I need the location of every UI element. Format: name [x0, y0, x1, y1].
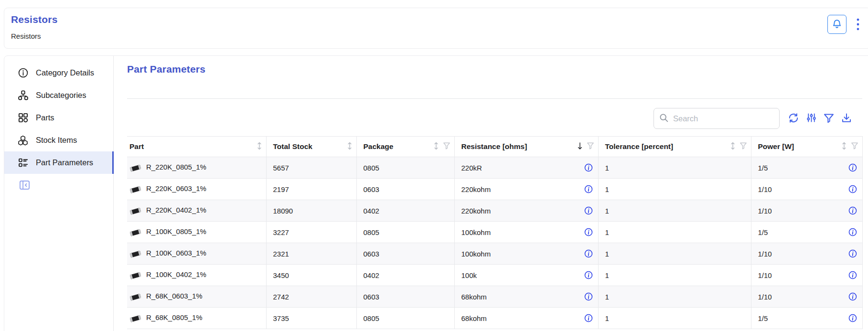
download-button[interactable]	[841, 113, 852, 124]
info-icon[interactable]	[848, 292, 857, 301]
cubes-icon	[17, 135, 29, 146]
info-icon[interactable]	[584, 314, 593, 322]
package-cell: 0805	[356, 308, 454, 329]
sidebar-item-subcategories[interactable]: Subcategories	[4, 84, 113, 107]
page-header: Resistors Resistors	[4, 8, 868, 49]
info-icon[interactable]	[584, 271, 593, 279]
collapse-panel-icon	[18, 179, 31, 193]
resistance-cell: 100kohm	[454, 243, 598, 265]
column-filter-icon[interactable]	[739, 142, 747, 151]
table-row: R_100K_0603_1%23210603100kohm 11/10	[127, 243, 862, 265]
power-cell: 1/10	[751, 179, 862, 200]
header-text: Resistors Resistors	[11, 14, 58, 40]
part-cell: R_68K_0603_1%	[127, 286, 266, 308]
search-icon	[659, 113, 669, 125]
package-cell: 0805	[356, 157, 454, 179]
total-stock-cell: 3450	[266, 265, 356, 286]
resistor-thumbnail[interactable]	[129, 164, 142, 172]
part-parameters-table: Part Total Stock	[127, 136, 863, 329]
bell-icon	[831, 18, 843, 31]
info-icon[interactable]	[848, 206, 857, 215]
column-filter-icon[interactable]	[851, 142, 858, 151]
package-cell: 0805	[356, 222, 454, 243]
tolerance-cell: 1	[598, 308, 751, 329]
notifications-button[interactable]	[827, 15, 847, 34]
info-icon[interactable]	[848, 314, 857, 322]
part-cell: R_220K_0603_1%	[127, 179, 266, 200]
collapse-sidebar-button[interactable]	[17, 179, 32, 193]
resistance-cell: 220kohm	[454, 179, 598, 200]
total-stock-cell: 5657	[266, 157, 356, 179]
sidebar-item-label: Category Details	[36, 68, 94, 77]
column-header-part[interactable]: Part	[127, 137, 266, 157]
info-icon[interactable]	[584, 249, 593, 258]
sliders-icon	[806, 112, 817, 125]
info-icon[interactable]	[584, 163, 593, 172]
info-icon[interactable]	[848, 163, 857, 172]
resistance-cell: 220kohm	[454, 200, 598, 222]
hierarchy-icon	[17, 90, 29, 101]
sidebar-item-part-parameters[interactable]: Part Parameters	[4, 151, 113, 174]
part-name: R_100K_0805_1%	[146, 227, 206, 235]
column-filter-icon[interactable]	[587, 142, 594, 151]
resistor-thumbnail[interactable]	[129, 228, 142, 237]
sidebar-item-category-details[interactable]: Category Details	[4, 62, 113, 84]
sidebar-item-stock-items[interactable]: Stock Items	[4, 129, 113, 151]
part-name: R_100K_0402_1%	[146, 270, 206, 278]
filter-icon	[823, 112, 835, 125]
column-header-tolerance[interactable]: Tolerance [percent]	[598, 137, 751, 157]
table-row: R_220K_0603_1%21970603220kohm 11/10	[127, 179, 862, 200]
package-cell: 0402	[356, 265, 454, 286]
part-cell: R_220K_0402_1%	[127, 200, 266, 222]
part-name: R_100K_0603_1%	[146, 249, 206, 257]
column-header-total-stock[interactable]: Total Stock	[266, 137, 356, 157]
grid-icon	[17, 112, 29, 124]
column-header-package[interactable]: Package	[356, 137, 454, 157]
table-toolbar	[127, 108, 862, 129]
column-settings-button[interactable]	[805, 113, 817, 124]
resistance-cell: 68kohm	[454, 308, 598, 329]
sort-icon	[433, 142, 439, 152]
part-name: R_220K_0603_1%	[146, 184, 206, 192]
search-input[interactable]	[673, 114, 774, 123]
table-row: R_68K_0805_1%3735080568kohm 11/5	[127, 308, 862, 329]
info-icon[interactable]	[848, 271, 857, 279]
resistor-thumbnail[interactable]	[129, 185, 142, 194]
refresh-button[interactable]	[788, 113, 799, 124]
column-header-resistance[interactable]: Resistance [ohms]	[454, 137, 598, 157]
tolerance-cell: 1	[598, 286, 751, 308]
info-icon[interactable]	[848, 249, 857, 258]
column-filter-icon[interactable]	[443, 142, 450, 151]
resistor-thumbnail[interactable]	[129, 207, 142, 215]
resistor-thumbnail[interactable]	[129, 293, 142, 301]
info-icon[interactable]	[584, 292, 593, 301]
info-icon[interactable]	[848, 185, 857, 193]
filter-button[interactable]	[823, 113, 835, 124]
table-row: R_100K_0402_1%34500402100k 11/10	[127, 265, 862, 286]
column-header-power[interactable]: Power [W]	[751, 137, 862, 157]
resistance-cell: 68kohm	[454, 286, 598, 308]
resistor-thumbnail[interactable]	[129, 271, 142, 280]
table-row: R_68K_0603_1%2742060368kohm 11/10	[127, 286, 862, 308]
header-actions	[827, 15, 863, 34]
part-cell: R_100K_0402_1%	[127, 265, 266, 286]
part-cell: R_100K_0603_1%	[127, 243, 266, 265]
info-icon[interactable]	[584, 228, 593, 236]
sidebar-item-label: Parts	[36, 113, 54, 122]
kebab-menu-icon[interactable]	[853, 15, 863, 34]
sidebar-item-label: Subcategories	[36, 91, 86, 100]
power-cell: 1/5	[751, 222, 862, 243]
tolerance-cell: 1	[598, 179, 751, 200]
sidebar-item-parts[interactable]: Parts	[4, 107, 113, 129]
table-row: R_100K_0805_1%32270805100kohm 11/5	[127, 222, 862, 243]
resistance-cell: 220kR	[454, 157, 598, 179]
info-icon[interactable]	[848, 228, 857, 236]
info-icon[interactable]	[584, 185, 593, 193]
resistor-thumbnail[interactable]	[129, 250, 142, 258]
tolerance-cell: 1	[598, 222, 751, 243]
download-icon	[841, 112, 852, 125]
sort-icon	[841, 142, 847, 152]
package-cell: 0402	[356, 200, 454, 222]
resistor-thumbnail[interactable]	[129, 314, 142, 323]
info-icon[interactable]	[584, 206, 593, 215]
